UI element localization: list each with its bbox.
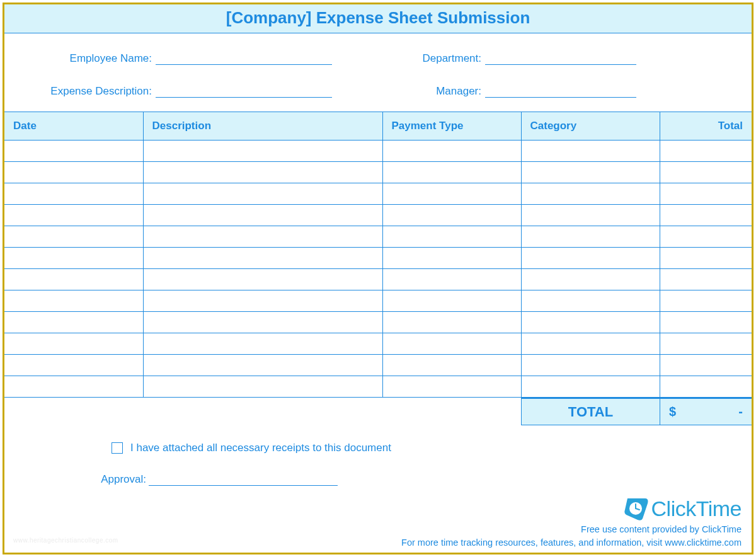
table-cell[interactable]: [660, 162, 752, 183]
table-cell[interactable]: [382, 141, 521, 162]
approval-label: Approval:: [93, 473, 146, 486]
table-cell[interactable]: [382, 269, 521, 290]
table-cell[interactable]: [660, 333, 752, 355]
department-input[interactable]: [485, 51, 636, 65]
table-cell[interactable]: [143, 333, 382, 355]
table-cell[interactable]: [521, 355, 660, 376]
table-cell[interactable]: [4, 376, 143, 398]
table-cell[interactable]: [143, 162, 382, 183]
table-cell[interactable]: [382, 248, 521, 269]
table-cell[interactable]: [4, 141, 143, 162]
expense-description-label: Expense Description:: [30, 85, 156, 98]
table-cell[interactable]: [143, 376, 382, 398]
table-cell[interactable]: [521, 248, 660, 269]
table-cell[interactable]: [4, 333, 143, 355]
table-cell[interactable]: [4, 183, 143, 205]
table-cell[interactable]: [521, 290, 660, 312]
table-cell[interactable]: [660, 355, 752, 376]
table-cell[interactable]: [143, 290, 382, 312]
grand-total-value: $ -: [660, 398, 752, 425]
logo-text: ClickTime: [651, 497, 742, 521]
table-row: [4, 205, 752, 226]
receipts-checkbox[interactable]: [112, 442, 123, 454]
table-row: [4, 333, 752, 355]
table-cell[interactable]: [143, 205, 382, 226]
manager-label: Manager:: [403, 85, 485, 98]
department-row: Department:: [403, 51, 726, 65]
receipts-text: I have attached all necessary receipts t…: [130, 442, 391, 454]
title-bar: [Company] Expense Sheet Submission: [4, 4, 752, 33]
table-cell[interactable]: [521, 183, 660, 205]
table-cell[interactable]: [660, 269, 752, 290]
table-cell[interactable]: [4, 226, 143, 248]
table-cell[interactable]: [660, 248, 752, 269]
approval-signature-input[interactable]: [149, 473, 338, 486]
table-cell[interactable]: [4, 162, 143, 183]
page-title: [Company] Expense Sheet Submission: [226, 8, 530, 27]
table-row: [4, 355, 752, 376]
expense-table: Date Description Payment Type Category T…: [4, 112, 752, 398]
table-cell[interactable]: [143, 141, 382, 162]
table-row: [4, 162, 752, 183]
table-cell[interactable]: [4, 269, 143, 290]
table-cell[interactable]: [521, 376, 660, 398]
currency-symbol: $: [669, 405, 676, 419]
grand-total-label: TOTAL: [521, 398, 660, 425]
table-cell[interactable]: [382, 355, 521, 376]
table-cell[interactable]: [521, 141, 660, 162]
table-cell[interactable]: [660, 141, 752, 162]
table-cell[interactable]: [382, 162, 521, 183]
table-cell[interactable]: [660, 226, 752, 248]
clock-icon: [624, 497, 649, 521]
table-cell[interactable]: [660, 376, 752, 398]
table-cell[interactable]: [143, 269, 382, 290]
manager-input[interactable]: [485, 84, 636, 98]
table-cell[interactable]: [521, 312, 660, 333]
table-cell[interactable]: [4, 290, 143, 312]
table-row: [4, 141, 752, 162]
col-category: Category: [521, 112, 660, 141]
table-cell[interactable]: [660, 312, 752, 333]
table-cell[interactable]: [521, 269, 660, 290]
employee-name-label: Employee Name:: [30, 52, 156, 65]
watermark: www.heritagechristiancollege.com: [13, 537, 118, 544]
table-cell[interactable]: [143, 226, 382, 248]
table-cell[interactable]: [521, 162, 660, 183]
table-cell[interactable]: [4, 312, 143, 333]
table-cell[interactable]: [4, 205, 143, 226]
table-cell[interactable]: [143, 355, 382, 376]
col-payment-type: Payment Type: [382, 112, 521, 141]
table-cell[interactable]: [521, 205, 660, 226]
table-cell[interactable]: [382, 376, 521, 398]
table-cell[interactable]: [382, 312, 521, 333]
table-cell[interactable]: [660, 183, 752, 205]
col-date: Date: [4, 112, 143, 141]
table-row: [4, 290, 752, 312]
table-row: [4, 269, 752, 290]
expense-description-input[interactable]: [156, 84, 332, 98]
employee-name-input[interactable]: [156, 51, 332, 65]
clicktime-logo: ClickTime: [624, 497, 742, 521]
table-cell[interactable]: [4, 355, 143, 376]
expense-description-row: Expense Description:: [30, 84, 353, 98]
employee-name-row: Employee Name:: [30, 51, 353, 65]
table-cell[interactable]: [382, 290, 521, 312]
table-cell[interactable]: [660, 290, 752, 312]
approval-row: Approval:: [146, 473, 752, 486]
table-row: [4, 376, 752, 398]
table-cell[interactable]: [382, 333, 521, 355]
table-cell[interactable]: [521, 226, 660, 248]
table-cell[interactable]: [143, 248, 382, 269]
table-cell[interactable]: [382, 205, 521, 226]
table-cell[interactable]: [143, 183, 382, 205]
table-cell[interactable]: [660, 205, 752, 226]
table-row: [4, 226, 752, 248]
table-cell[interactable]: [382, 226, 521, 248]
table-cell[interactable]: [4, 248, 143, 269]
table-cell[interactable]: [521, 333, 660, 355]
col-total: Total: [660, 112, 752, 141]
footer: Free use content provided by ClickTime F…: [401, 523, 742, 549]
table-cell[interactable]: [143, 312, 382, 333]
table-cell[interactable]: [382, 183, 521, 205]
receipts-attestation: I have attached all necessary receipts t…: [112, 442, 752, 454]
